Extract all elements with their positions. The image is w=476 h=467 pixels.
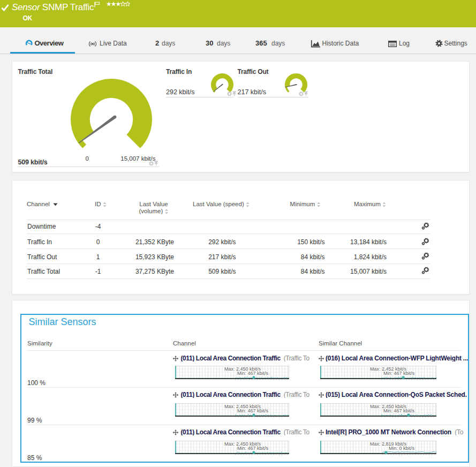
svg-text:Min: 467 kbit/s: Min: 467 kbit/s — [237, 409, 269, 414]
svg-text:Min: 467 kbit/s: Min: 467 kbit/s — [237, 371, 269, 376]
svg-text:Min: 0 kbit/s: Min: 0 kbit/s — [389, 446, 415, 451]
svg-text:Min: 467 kbit/s: Min: 467 kbit/s — [383, 371, 415, 376]
svg-text:Min: 467 kbit/s: Min: 467 kbit/s — [237, 446, 269, 451]
svg-text:Min: 467 kbit/s: Min: 467 kbit/s — [383, 409, 415, 414]
